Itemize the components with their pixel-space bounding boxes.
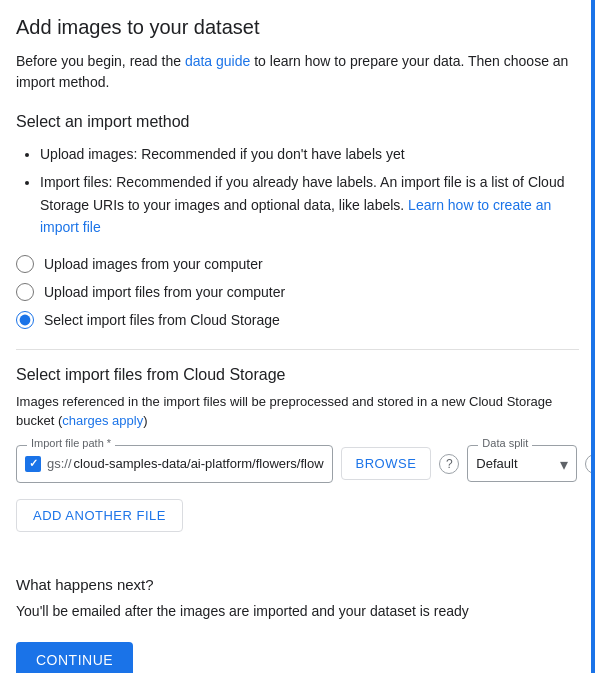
radio-import-upload-label[interactable]: Upload import files from your computer: [44, 284, 285, 300]
charges-apply-link[interactable]: charges apply: [62, 413, 143, 428]
info-text-end: ): [143, 413, 147, 428]
data-split-select[interactable]: Default ▾: [468, 446, 576, 481]
section-divider: [16, 349, 579, 350]
cloud-storage-info: Images referenced in the import files wi…: [16, 392, 579, 431]
bullet-upload-images: Upload images: Recommended if you don't …: [40, 143, 579, 165]
radio-item-import-upload[interactable]: Upload import files from your computer: [16, 283, 579, 301]
bullet-upload-images-term: Upload images: [40, 146, 133, 162]
import-file-help-icon[interactable]: ?: [439, 454, 459, 474]
intro-before-link: Before you begin, read the: [16, 53, 185, 69]
file-path-value: cloud-samples-data/ai-platform/flowers/f…: [74, 456, 324, 471]
data-split-field[interactable]: Data split Default ▾: [467, 445, 577, 482]
file-checkbox[interactable]: [25, 456, 41, 472]
radio-cloud-storage[interactable]: [16, 311, 34, 329]
gs-prefix: gs://: [47, 456, 72, 471]
radio-upload-images[interactable]: [16, 255, 34, 273]
dropdown-arrow-icon: ▾: [560, 454, 568, 473]
import-file-field-wrapper: Import file path * gs:// cloud-samples-d…: [16, 445, 333, 483]
intro-text: Before you begin, read the data guide to…: [16, 51, 579, 93]
radio-group: Upload images from your computer Upload …: [16, 255, 579, 329]
bullet-upload-images-desc: : Recommended if you don't have labels y…: [133, 146, 404, 162]
cloud-storage-title: Select import files from Cloud Storage: [16, 366, 579, 384]
data-split-value: Default: [476, 456, 517, 471]
data-guide-link[interactable]: data guide: [185, 53, 250, 69]
radio-item-cloud[interactable]: Select import files from Cloud Storage: [16, 311, 579, 329]
import-input-inner: gs:// cloud-samples-data/ai-platform/flo…: [17, 446, 332, 482]
import-method-bullets: Upload images: Recommended if you don't …: [16, 143, 579, 239]
bullet-import-files: Import files: Recommended if you already…: [40, 171, 579, 238]
bullet-import-files-term: Import files: [40, 174, 108, 190]
import-method-title: Select an import method: [16, 113, 579, 131]
page-title: Add images to your dataset: [16, 16, 579, 39]
cloud-storage-section: Select import files from Cloud Storage I…: [16, 366, 579, 556]
radio-import-upload[interactable]: [16, 283, 34, 301]
what-happens-section: What happens next? You'll be emailed aft…: [16, 576, 579, 622]
import-file-row: Import file path * gs:// cloud-samples-d…: [16, 445, 579, 483]
what-happens-title: What happens next?: [16, 576, 579, 593]
radio-upload-label[interactable]: Upload images from your computer: [44, 256, 263, 272]
add-another-file-button[interactable]: ADD ANOTHER FILE: [16, 499, 183, 532]
right-border-accent: [591, 0, 595, 673]
radio-cloud-label[interactable]: Select import files from Cloud Storage: [44, 312, 280, 328]
browse-button[interactable]: BROWSE: [341, 447, 432, 480]
what-happens-text: You'll be emailed after the images are i…: [16, 601, 579, 622]
radio-item-upload[interactable]: Upload images from your computer: [16, 255, 579, 273]
import-file-label: Import file path *: [27, 437, 115, 449]
continue-button[interactable]: CONTINUE: [16, 642, 133, 673]
data-split-label: Data split: [478, 437, 532, 449]
